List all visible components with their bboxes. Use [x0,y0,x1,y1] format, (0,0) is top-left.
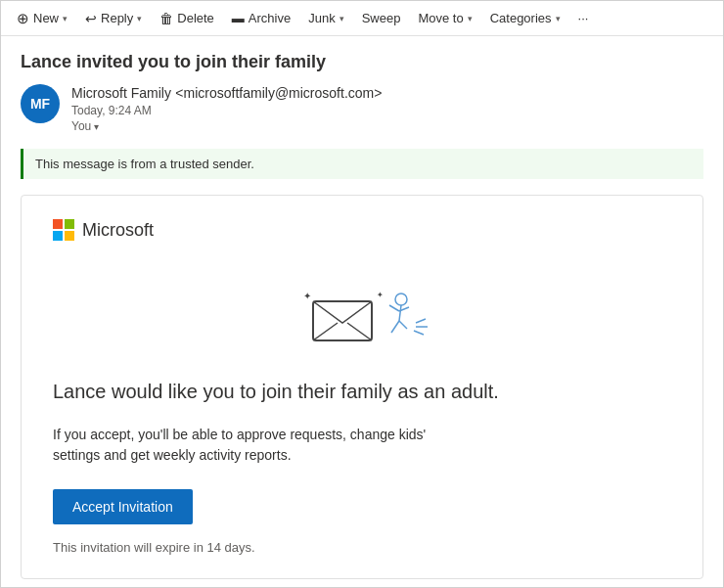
sender-time: Today, 9:24 AM [71,104,703,117]
expiry-note: This invitation will expire in 14 days. [53,540,671,555]
delete-label: Delete [177,11,214,25]
reply-icon: ↩ [85,11,97,26]
junk-label: Junk [308,11,335,25]
moveto-button[interactable]: Move to ▾ [410,7,479,29]
svg-line-6 [399,305,401,321]
recipient-chevron-icon[interactable]: ▾ [94,121,99,132]
invite-illustration: ✦ ✦ [53,272,671,350]
sender-info: Microsoft Family <microsoftfamily@micros… [71,84,703,133]
sweep-button[interactable]: Sweep [354,7,409,29]
archive-icon: ▬ [232,11,245,25]
junk-button[interactable]: Junk ▾ [300,7,351,29]
microsoft-name: Microsoft [82,220,154,241]
email-header: Lance invited you to join their family M… [1,36,723,141]
svg-line-9 [391,321,399,333]
delete-icon: 🗑 [159,11,173,26]
accept-invitation-button[interactable]: Accept Invitation [53,489,193,524]
email-subject: Lance invited you to join their family [21,52,703,72]
svg-text:✦: ✦ [303,291,311,301]
moveto-label: Move to [418,11,463,25]
sender-name-line: Microsoft Family <microsoftfamily@micros… [71,84,703,102]
delete-button[interactable]: 🗑 Delete [152,7,222,30]
ms-square-green [65,219,74,229]
invitation-svg: ✦ ✦ [284,272,440,350]
trusted-message: This message is from a trusted sender. [35,157,254,171]
toolbar: ⊕ New ▾ ↩ Reply ▾ 🗑 Delete ▬ Archive Jun… [1,1,723,36]
ms-square-red [53,219,63,229]
svg-line-1 [313,323,338,340]
svg-line-10 [399,321,407,329]
svg-point-5 [395,294,407,305]
recipient-row: You ▾ [71,119,703,133]
ms-square-blue [53,231,63,241]
new-button[interactable]: ⊕ New ▾ [9,6,75,31]
more-button[interactable]: ··· [570,7,597,29]
invite-heading: Lance would like you to join their famil… [53,378,671,405]
email-content: Microsoft ✦ ✦ [22,196,702,578]
svg-line-11 [416,319,426,323]
categories-label: Categories [490,11,552,25]
email-body: Microsoft ✦ ✦ [21,195,703,579]
sender-name: Microsoft Family [71,85,171,101]
svg-text:✦: ✦ [377,291,384,299]
microsoft-logo: Microsoft [53,219,671,241]
archive-button[interactable]: ▬ Archive [224,7,298,29]
new-label: New [33,11,59,25]
svg-line-7 [389,305,399,311]
email-view: ⊕ New ▾ ↩ Reply ▾ 🗑 Delete ▬ Archive Jun… [0,0,724,588]
reply-label: Reply [101,11,133,25]
junk-chevron-icon: ▾ [339,14,344,23]
recipient-label: You [71,119,91,133]
new-icon: ⊕ [17,10,29,27]
trusted-banner: This message is from a trusted sender. [21,149,703,179]
sender-row: MF Microsoft Family <microsoftfamily@mic… [21,84,703,133]
categories-button[interactable]: Categories ▾ [482,7,568,29]
svg-line-13 [414,331,424,335]
invite-description: If you accept, you'll be able to approve… [53,425,464,466]
moveto-chevron-icon: ▾ [468,14,473,23]
accept-btn-label: Accept Invitation [72,499,173,515]
categories-chevron-icon: ▾ [556,14,561,23]
svg-line-2 [347,323,372,340]
sweep-label: Sweep [362,11,401,25]
new-chevron-icon: ▾ [63,14,68,23]
reply-button[interactable]: ↩ Reply ▾ [77,7,150,30]
ms-square-yellow [65,231,74,241]
more-icon: ··· [578,11,589,25]
microsoft-squares-icon [53,219,74,241]
avatar: MF [21,84,60,123]
archive-label: Archive [249,11,291,25]
sender-email: <microsoftfamily@microsoft.com> [175,85,382,101]
reply-chevron-icon: ▾ [137,14,142,23]
